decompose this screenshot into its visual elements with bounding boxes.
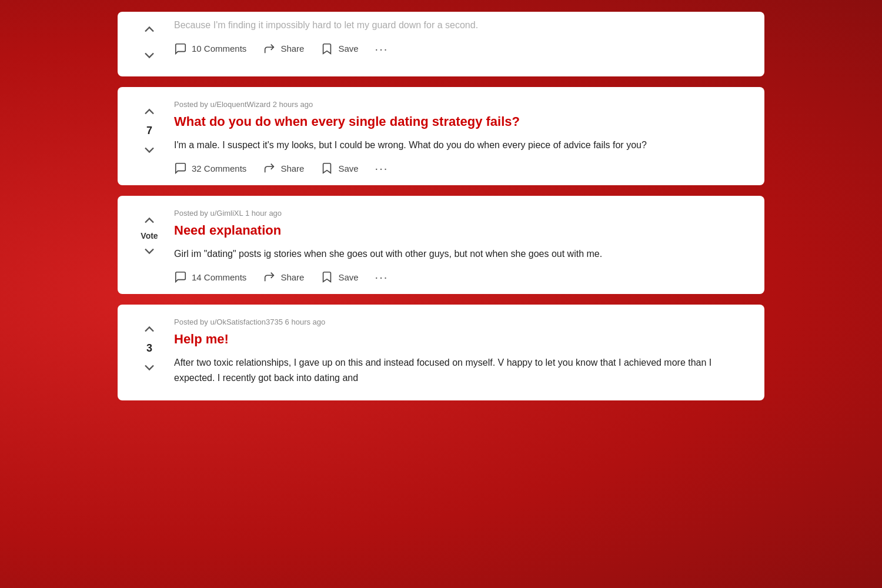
post-title-4[interactable]: Help me! <box>174 331 750 348</box>
downvote-button[interactable] <box>139 45 160 66</box>
comment-icon <box>174 42 187 55</box>
comment-icon-2 <box>174 162 187 175</box>
post-card-partial-top: Because I'm finding it impossibly hard t… <box>118 12 764 76</box>
vote-section <box>132 18 167 66</box>
share-icon-3 <box>263 270 276 283</box>
post-card-help-me: 3 Posted by u/OkSatisfaction3735 6 hours… <box>118 305 764 400</box>
vote-count-2: 7 <box>146 125 152 137</box>
save-button-3[interactable]: Save <box>320 270 358 283</box>
comments-button-2[interactable]: 32 Comments <box>174 162 246 175</box>
vote-section-3: Vote <box>132 209 167 262</box>
post-body-partial: Because I'm finding it impossibly hard t… <box>174 18 750 33</box>
save-button-2[interactable]: Save <box>320 162 358 175</box>
comment-icon-3 <box>174 270 187 283</box>
post-actions-2: 32 Comments Share Save ··· <box>174 162 750 175</box>
share-label-3: Share <box>280 272 304 282</box>
save-icon-3 <box>320 270 333 283</box>
comments-count: 10 Comments <box>192 44 246 54</box>
post-meta-4: Posted by u/OkSatisfaction3735 6 hours a… <box>174 318 750 326</box>
more-options-button-2[interactable]: ··· <box>375 162 389 174</box>
downvote-button-3[interactable] <box>139 240 160 262</box>
save-icon-2 <box>320 162 333 175</box>
save-label-2: Save <box>338 163 358 173</box>
vote-count-4: 3 <box>146 342 152 355</box>
share-label: Share <box>280 44 304 54</box>
post-actions-partial: 10 Comments Share Save ··· <box>174 42 750 55</box>
post-content-2: Posted by u/EloquentWizard 2 hours ago W… <box>174 100 750 175</box>
post-title-3[interactable]: Need explanation <box>174 222 750 239</box>
more-options-button[interactable]: ··· <box>375 43 389 55</box>
post-card-dating-strategy: 7 Posted by u/EloquentWizard 2 hours ago… <box>118 87 764 185</box>
downvote-button-4[interactable] <box>139 357 160 378</box>
upvote-button-4[interactable] <box>139 319 160 340</box>
post-meta-3: Posted by u/GimliXL 1 hour ago <box>174 209 750 218</box>
post-content-3: Posted by u/GimliXL 1 hour ago Need expl… <box>174 209 750 283</box>
comments-count-2: 32 Comments <box>192 163 246 173</box>
post-content-4: Posted by u/OkSatisfaction3735 6 hours a… <box>174 318 750 395</box>
post-body-4: After two toxic relationships, I gave up… <box>174 355 750 385</box>
save-icon <box>320 42 333 55</box>
downvote-button-2[interactable] <box>139 139 160 161</box>
share-button[interactable]: Share <box>263 42 304 55</box>
share-button-3[interactable]: Share <box>263 270 304 283</box>
vote-label-3: Vote <box>141 231 158 240</box>
post-actions-3: 14 Comments Share Save ··· <box>174 270 750 283</box>
feed-container: Because I'm finding it impossibly hard t… <box>118 0 764 423</box>
more-options-button-3[interactable]: ··· <box>375 271 389 283</box>
upvote-button[interactable] <box>139 19 160 40</box>
vote-section-4: 3 <box>132 318 167 378</box>
comments-button-3[interactable]: 14 Comments <box>174 270 246 283</box>
share-button-2[interactable]: Share <box>263 162 304 175</box>
post-meta-2: Posted by u/EloquentWizard 2 hours ago <box>174 100 750 109</box>
post-title-2[interactable]: What do you do when every single dating … <box>174 113 750 131</box>
post-card-need-explanation: Vote Posted by u/GimliXL 1 hour ago Need… <box>118 196 764 294</box>
share-icon <box>263 42 276 55</box>
save-label-3: Save <box>338 272 358 282</box>
save-label: Save <box>338 44 358 54</box>
comments-count-3: 14 Comments <box>192 272 246 282</box>
upvote-button-2[interactable] <box>139 101 160 122</box>
comments-button[interactable]: 10 Comments <box>174 42 246 55</box>
share-icon-2 <box>263 162 276 175</box>
vote-section-2: 7 <box>132 100 167 161</box>
upvote-button-3[interactable] <box>139 210 160 231</box>
save-button[interactable]: Save <box>320 42 358 55</box>
post-content-partial: Because I'm finding it impossibly hard t… <box>174 18 750 55</box>
post-body-2: I'm a male. I suspect it's my looks, but… <box>174 138 750 153</box>
post-body-3: Girl im "dating" posts ig stories when s… <box>174 246 750 262</box>
share-label-2: Share <box>280 163 304 173</box>
